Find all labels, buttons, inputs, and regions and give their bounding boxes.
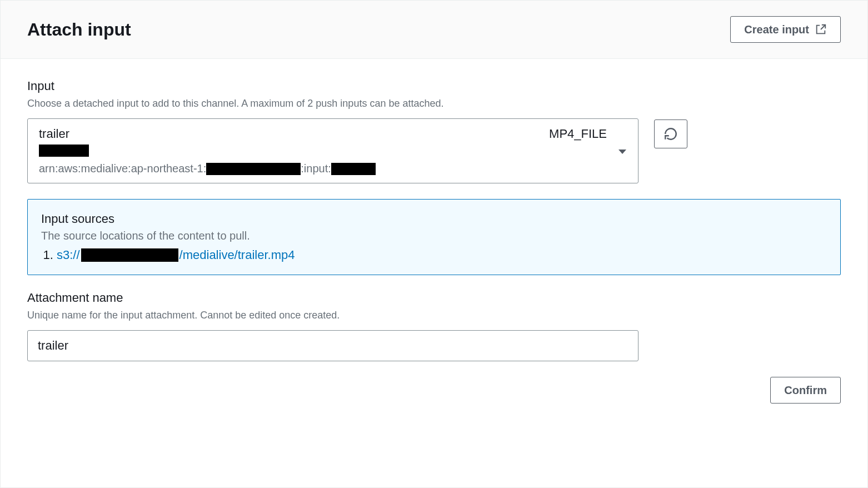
arn-prefix: arn:aws:medialive:ap-northeast-1: (39, 162, 206, 175)
input-arn: arn:aws:medialive:ap-northeast-1::input: (39, 162, 627, 175)
refresh-icon (664, 127, 678, 141)
redacted-block (206, 163, 301, 175)
attachment-help: Unique name for the input attachment. Ca… (27, 308, 841, 322)
input-sources-box: Input sources The source locations of th… (27, 199, 841, 275)
input-sources-title: Input sources (41, 212, 827, 226)
attachment-label: Attachment name (27, 291, 841, 305)
source-link[interactable]: s3:///medialive/trailer.mp4 (57, 248, 295, 262)
refresh-button[interactable] (654, 119, 687, 148)
chevron-down-icon (618, 148, 627, 157)
input-section: Input Choose a detached input to add to … (27, 79, 841, 183)
arn-mid: :input: (301, 162, 331, 175)
page-header: Attach input Create input (1, 1, 867, 59)
redacted-block (39, 145, 89, 157)
create-input-label: Create input (744, 22, 809, 37)
input-select-type: MP4_FILE (549, 127, 607, 141)
input-select-name: trailer (39, 127, 69, 141)
external-link-icon (815, 23, 827, 36)
source-prefix: s3:// (57, 248, 80, 262)
input-help: Choose a detached input to add to this c… (27, 97, 841, 111)
input-sources-help: The source locations of the content to p… (41, 230, 827, 242)
input-label: Input (27, 79, 841, 93)
source-item: s3:///medialive/trailer.mp4 (57, 248, 827, 262)
page-title: Attach input (27, 19, 131, 40)
attachment-section: Attachment name Unique name for the inpu… (27, 291, 841, 377)
confirm-label: Confirm (784, 383, 827, 397)
confirm-button[interactable]: Confirm (770, 377, 841, 404)
attachment-name-input[interactable] (27, 330, 638, 361)
redacted-block (81, 248, 178, 262)
create-input-button[interactable]: Create input (730, 16, 841, 43)
source-suffix: /medialive/trailer.mp4 (179, 248, 295, 262)
input-select[interactable]: trailer MP4_FILE arn:aws:medialive:ap-no… (27, 118, 638, 183)
redacted-block (331, 163, 376, 175)
